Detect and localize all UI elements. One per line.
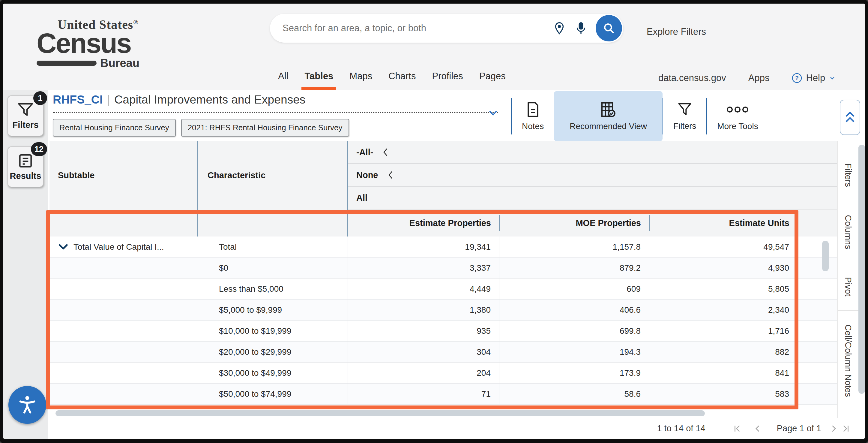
- funnel-icon: [677, 101, 692, 118]
- results-panel-button[interactable]: 12 Results: [7, 146, 43, 187]
- header-gutter: [798, 209, 837, 237]
- result-type-tabs: All Tables Maps Charts Profiles Pages: [277, 70, 506, 90]
- chevron-right-icon: [829, 424, 838, 433]
- column-divider: [499, 215, 500, 231]
- search-button[interactable]: [596, 15, 622, 41]
- dimension-row-all-dash[interactable]: -All-: [348, 141, 837, 164]
- dimension-row-none[interactable]: None: [348, 164, 837, 187]
- previous-page-button[interactable]: [752, 422, 764, 435]
- notes-doc-icon: [525, 101, 540, 118]
- chevron-down-icon: [829, 75, 836, 82]
- table-row[interactable]: $0 3,337 879.2 4,930: [50, 258, 837, 278]
- title-dotted-underline: [53, 112, 498, 113]
- characteristic-header-spacer: [198, 209, 348, 237]
- logo-bureau-word: Bureau: [100, 57, 140, 70]
- notes-button[interactable]: Notes: [512, 91, 554, 141]
- last-page-icon: [841, 424, 850, 433]
- filters-toolbar-button[interactable]: Filters: [663, 91, 706, 141]
- tab-tables[interactable]: Tables: [304, 70, 334, 90]
- tab-pages[interactable]: Pages: [479, 70, 506, 90]
- apps-link[interactable]: Apps: [748, 72, 770, 83]
- double-chevron-up-icon: [843, 108, 857, 126]
- main-content: RHFS_CI | Capital Improvements and Expen…: [48, 90, 865, 439]
- table-vertical-scrollbar[interactable]: [822, 241, 829, 271]
- title-chevron-down-icon[interactable]: [488, 108, 498, 118]
- funnel-icon: [17, 102, 34, 118]
- table-row[interactable]: $5,000 to $9,999 1,380 406.6 2,340: [50, 299, 837, 321]
- logo-census-word: Census: [37, 31, 140, 56]
- subtable-column-header[interactable]: Subtable: [50, 141, 198, 209]
- left-rail: 1 Filters 12 Results: [3, 90, 48, 439]
- table-title: Capital Improvements and Expenses: [114, 93, 305, 106]
- table-row[interactable]: $50,000 to $74,999 71 58.6 583: [50, 384, 837, 405]
- next-page-button[interactable]: [828, 422, 840, 435]
- accessibility-person-icon: [16, 394, 38, 416]
- logo-bar: [37, 61, 97, 66]
- side-tab-columns[interactable]: Columns: [838, 201, 859, 263]
- estimate-properties-header[interactable]: Estimate Properties: [348, 209, 499, 237]
- table-row[interactable]: $30,000 to $49,999 204 173.9 841: [50, 362, 837, 384]
- side-tab-filters[interactable]: Filters: [838, 149, 859, 201]
- filters-rail-label: Filters: [12, 120, 38, 130]
- accessibility-button[interactable]: [8, 386, 46, 424]
- census-logo[interactable]: United States® Census Bureau: [37, 18, 140, 70]
- survey-chips: Rental Housing Finance Survey 2021: RHFS…: [53, 119, 349, 137]
- filters-panel-button[interactable]: 1 Filters: [7, 95, 43, 136]
- characteristic-column-header[interactable]: Characteristic: [198, 141, 348, 209]
- table-row[interactable]: $20,000 to $29,999 304 194.3 882: [50, 342, 837, 362]
- tab-all[interactable]: All: [277, 70, 289, 90]
- table-id[interactable]: RHFS_CI: [53, 93, 103, 106]
- table-row[interactable]: $10,000 to $19,999 935 699.8 1,716: [50, 321, 837, 342]
- tab-profiles[interactable]: Profiles: [431, 70, 463, 90]
- collapse-header-button[interactable]: [840, 100, 860, 135]
- search-input[interactable]: [282, 23, 553, 34]
- table-row[interactable]: Total Value of Capital I... Total 19,341…: [50, 237, 837, 258]
- site-link[interactable]: data.census.gov: [658, 72, 726, 83]
- help-label: Help: [806, 72, 825, 83]
- survey-year-chip[interactable]: 2021: RHFS Rental Housing Finance Survey: [181, 119, 349, 137]
- tab-charts[interactable]: Charts: [388, 70, 416, 90]
- estimate-units-header[interactable]: Estimate Units: [649, 209, 798, 237]
- first-page-icon: [733, 424, 742, 433]
- page-vertical-scrollbar[interactable]: [859, 145, 865, 394]
- document-lines-icon: [17, 153, 34, 169]
- utility-nav: data.census.gov Apps ? Help: [658, 72, 836, 83]
- side-tab-cell-column-notes[interactable]: Cell/Column Notes: [838, 311, 859, 411]
- moe-properties-header[interactable]: MOE Properties: [499, 209, 649, 237]
- survey-chip[interactable]: Rental Housing Finance Survey: [53, 119, 176, 137]
- right-panel-tabs: Filters Columns Pivot Cell/Column Notes: [837, 141, 859, 418]
- page-indicator: Page 1 of 1: [777, 423, 821, 434]
- svg-text:?: ?: [795, 75, 799, 81]
- table-body: Total Value of Capital I... Total 19,341…: [50, 237, 837, 405]
- help-menu[interactable]: ? Help: [792, 72, 836, 83]
- tab-maps[interactable]: Maps: [349, 70, 373, 90]
- more-tools-button[interactable]: More Tools: [707, 91, 768, 141]
- chevron-left-icon: [387, 171, 394, 179]
- table-row[interactable]: Less than $5,000 4,449 609 5,805: [50, 278, 837, 299]
- chevron-left-icon: [753, 424, 762, 433]
- last-page-button[interactable]: [840, 422, 852, 435]
- microphone-icon[interactable]: [574, 21, 588, 35]
- table-title-line: RHFS_CI | Capital Improvements and Expen…: [53, 93, 305, 106]
- column-divider: [649, 215, 650, 231]
- side-tab-pivot[interactable]: Pivot: [838, 263, 859, 311]
- browser-frame: United States® Census Bureau: [0, 0, 868, 443]
- first-page-button[interactable]: [731, 422, 743, 435]
- recommended-view-button[interactable]: Recommended View: [554, 91, 662, 141]
- magnifier-icon: [602, 22, 616, 35]
- question-circle-icon: ?: [792, 72, 802, 83]
- value-column-headers: Estimate Properties MOE Properties Estim…: [50, 209, 837, 237]
- row-expand-caret-icon[interactable]: [59, 244, 68, 250]
- location-pin-icon[interactable]: [553, 21, 566, 35]
- table-horizontal-scrollbar[interactable]: [56, 410, 705, 416]
- page: United States® Census Bureau: [3, 4, 865, 439]
- results-count-badge: 12: [31, 142, 47, 156]
- explore-filters-link[interactable]: Explore Filters: [647, 26, 706, 37]
- filters-count-badge: 1: [33, 91, 47, 105]
- dimension-row-all[interactable]: All: [348, 187, 837, 209]
- results-rail-label: Results: [10, 171, 41, 181]
- title-separator: |: [107, 93, 110, 106]
- ellipsis-icon: [725, 101, 750, 118]
- subtable-header-spacer: [50, 209, 198, 237]
- chevron-left-icon: [382, 148, 389, 157]
